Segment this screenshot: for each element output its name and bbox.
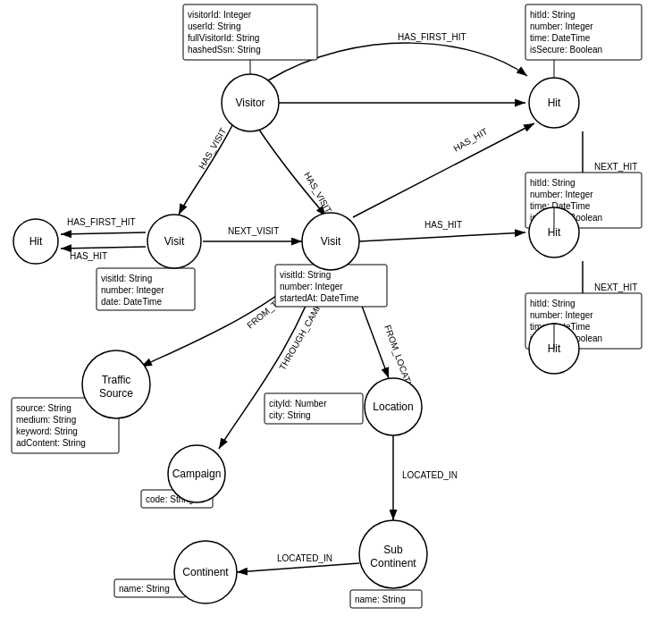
traffic-source-prop-2: medium: String bbox=[16, 415, 76, 425]
svg-text:HAS_VISIT: HAS_VISIT bbox=[197, 126, 228, 171]
visit-left-prop-3: date: DateTime bbox=[101, 297, 162, 307]
svg-text:HAS_HIT: HAS_HIT bbox=[70, 251, 107, 261]
visitor-node-label: Visitor bbox=[235, 97, 265, 109]
svg-text:LOCATED_IN: LOCATED_IN bbox=[402, 470, 458, 480]
diagram-svg: HAS_VISIT HAS_VISIT HAS_FIRST_HIT HAS_FI… bbox=[0, 0, 672, 641]
campaign-node-label: Campaign bbox=[172, 468, 222, 480]
hit-top-prop-1: hitId: String bbox=[530, 10, 575, 20]
hit-bot-prop-2: number: Integer bbox=[530, 310, 593, 320]
hit-mid-prop-1: hitId: String bbox=[530, 178, 575, 188]
svg-line-6 bbox=[61, 232, 146, 234]
traffic-source-prop-3: keyword: String bbox=[16, 426, 78, 436]
svg-text:NEXT_HIT: NEXT_HIT bbox=[594, 162, 637, 172]
location-prop-1: cityId: Number bbox=[269, 399, 327, 409]
traffic-source-prop-1: source: String bbox=[16, 403, 71, 413]
visitor-prop-4: hashedSsn: String bbox=[188, 45, 261, 55]
location-node-label: Location bbox=[373, 401, 413, 413]
visitor-prop-2: userId: String bbox=[188, 21, 240, 31]
hit-bot-prop-1: hitId: String bbox=[530, 299, 575, 308]
hit-left-node-label: Hit bbox=[29, 235, 43, 248]
svg-text:LOCATED_IN: LOCATED_IN bbox=[277, 553, 332, 563]
visit-center-prop-1: visitId: String bbox=[280, 270, 331, 280]
visit-center-node-label: Visit bbox=[321, 235, 341, 248]
hit-mid-prop-2: number: Integer bbox=[530, 190, 593, 199]
subcontinent-prop-1: name: String bbox=[355, 595, 406, 604]
hit-top-prop-3: time: DateTime bbox=[530, 33, 591, 43]
continent-prop-1: name: String bbox=[119, 584, 170, 594]
svg-text:NEXT_HIT: NEXT_HIT bbox=[594, 283, 637, 292]
svg-line-12 bbox=[353, 123, 534, 217]
visitor-prop-3: fullVisitorId: String bbox=[188, 33, 259, 43]
traffic-source-prop-4: adContent: String bbox=[16, 438, 86, 448]
svg-line-26 bbox=[237, 563, 359, 572]
visit-center-prop-2: number: Integer bbox=[280, 282, 343, 291]
diagram-container: HAS_VISIT HAS_VISIT HAS_FIRST_HIT HAS_FI… bbox=[0, 0, 672, 641]
svg-text:HAS_FIRST_HIT: HAS_FIRST_HIT bbox=[398, 32, 466, 42]
hit-top-prop-2: number: Integer bbox=[530, 21, 593, 31]
svg-text:NEXT_VISIT: NEXT_VISIT bbox=[228, 226, 279, 236]
svg-text:HAS_HIT: HAS_HIT bbox=[424, 220, 462, 230]
visit-left-node-label: Visit bbox=[164, 235, 185, 248]
hit-top-prop-4: isSecure: Boolean bbox=[530, 45, 602, 55]
hit-top-node-label: Hit bbox=[548, 97, 561, 109]
visit-left-prop-2: number: Integer bbox=[101, 285, 164, 295]
visit-center-prop-3: startedAt: DateTime bbox=[280, 293, 359, 303]
traffic-source-node-label: Traffic bbox=[102, 374, 131, 386]
continent-node-label: Continent bbox=[182, 566, 229, 578]
hit-mid-node-label: Hit bbox=[548, 226, 561, 239]
svg-text:HAS_FIRST_HIT: HAS_FIRST_HIT bbox=[67, 217, 136, 227]
svg-line-8 bbox=[61, 247, 146, 249]
traffic-source-node-label2: Source bbox=[99, 387, 133, 400]
svg-line-14 bbox=[359, 232, 525, 241]
visitor-prop-1: visitorId: Integer bbox=[188, 10, 252, 20]
visit-left-prop-1: visitId: String bbox=[101, 274, 152, 283]
location-prop-2: city: String bbox=[269, 410, 311, 420]
subcontinent-node-label2: Continent bbox=[370, 557, 416, 569]
subcontinent-node-label: Sub bbox=[383, 544, 403, 556]
